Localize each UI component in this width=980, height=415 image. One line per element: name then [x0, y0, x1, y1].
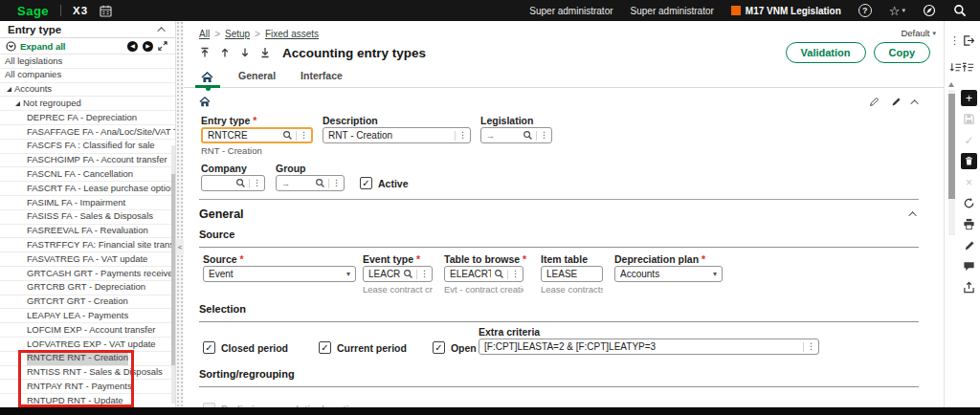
- tree-item[interactable]: FASCNL FA - Cancellation: [0, 167, 175, 182]
- expand-all-button[interactable]: Expand all: [6, 41, 66, 52]
- breadcrumb-link[interactable]: All: [199, 29, 210, 39]
- lookup-icon[interactable]: [315, 178, 325, 188]
- legislation-field[interactable]: → ⋮: [480, 127, 552, 143]
- home-section-icon[interactable]: [199, 97, 211, 107]
- role-menu[interactable]: Super administrator: [631, 6, 714, 16]
- tree-item[interactable]: GRTCRT GRT - Creation: [0, 295, 175, 310]
- field-menu-icon[interactable]: ⋮: [511, 270, 520, 278]
- legislation-input[interactable]: [498, 130, 520, 141]
- panel-resize-handle[interactable]: <: [176, 21, 184, 407]
- tree-item[interactable]: FASVATREG FA - VAT update: [0, 252, 175, 267]
- source-select[interactable]: Event ▾: [203, 266, 356, 282]
- description-input[interactable]: [328, 130, 452, 141]
- field-menu-icon[interactable]: ⋮: [332, 179, 341, 187]
- lookup-icon[interactable]: [403, 269, 413, 279]
- tree-item[interactable]: RNTISS RNT - Sales & Disposals: [0, 366, 175, 381]
- lookup-icon[interactable]: [235, 178, 246, 188]
- collapse-panel-icon[interactable]: [157, 27, 165, 34]
- favorites-menu[interactable]: ☆ ▾: [889, 5, 905, 17]
- previous-record-arrow-icon[interactable]: [219, 47, 231, 58]
- field-menu-icon[interactable]: ⋮: [540, 131, 548, 140]
- table-to-browse-input[interactable]: [450, 269, 491, 279]
- field-menu-icon[interactable]: ⋮: [807, 342, 815, 351]
- search-icon[interactable]: [953, 4, 967, 17]
- view-selector[interactable]: Default ▾: [901, 28, 936, 38]
- tab-home[interactable]: [201, 72, 213, 87]
- first-record-icon[interactable]: [199, 47, 211, 58]
- tree-item[interactable]: RNTUPD RNT - Update: [0, 394, 175, 408]
- tree-item[interactable]: FASISS FA - Sales & Disposals: [0, 210, 175, 225]
- tree-item[interactable]: Not regrouped: [0, 97, 175, 111]
- legislation-badge[interactable]: M17 VNM Legislation: [731, 6, 841, 16]
- collapse-general-icon[interactable]: [908, 211, 916, 219]
- sidebar-scrollbar[interactable]: [171, 145, 175, 404]
- tree-item[interactable]: LOFVATREG EXP - VAT update: [0, 338, 175, 352]
- print-button[interactable]: [961, 216, 977, 232]
- company-field[interactable]: ⋮: [201, 175, 265, 191]
- entry-type-input[interactable]: [208, 130, 279, 141]
- event-type-field[interactable]: ⋮: [363, 266, 433, 282]
- field-menu-icon[interactable]: ⋮: [420, 270, 429, 278]
- tab-interface[interactable]: Interface: [301, 70, 343, 87]
- depreciation-plan-select[interactable]: Accounts ▾: [614, 266, 723, 282]
- tree-item[interactable]: FASIML FA - Impairment: [0, 196, 175, 210]
- edit-pencil-icon[interactable]: [891, 97, 902, 107]
- closed-period-checkbox[interactable]: ✓: [203, 341, 215, 354]
- next-record-arrow-icon[interactable]: [239, 47, 251, 58]
- sidebar-scrollbar-thumb[interactable]: [171, 174, 175, 365]
- collapse-all-sections-icon[interactable]: [949, 62, 962, 74]
- tree-item[interactable]: LEAPAY LEA - Payments: [0, 309, 175, 323]
- tree-item[interactable]: All companies: [0, 69, 175, 83]
- comment-button[interactable]: [961, 258, 977, 274]
- user-menu[interactable]: Super administrator: [529, 6, 612, 16]
- expanded-node-icon[interactable]: [7, 87, 11, 92]
- expanded-node-icon[interactable]: [15, 101, 20, 106]
- table-to-browse-field[interactable]: ⋮: [444, 266, 523, 282]
- field-menu-icon[interactable]: ⋮: [253, 179, 261, 187]
- extra-criteria-input[interactable]: [484, 341, 800, 352]
- expand-panel-icon[interactable]: [158, 41, 167, 51]
- active-checkbox[interactable]: ✓: [360, 177, 372, 189]
- tree-item[interactable]: GRTCRB GRT - Depreciation: [0, 281, 175, 295]
- collapse-sidebar-icon[interactable]: <: [176, 239, 184, 254]
- tree-item[interactable]: RNTCRE RNT - Creation: [0, 352, 175, 366]
- exit-icon[interactable]: [962, 34, 974, 47]
- share-button[interactable]: [961, 279, 977, 295]
- edit-button[interactable]: [961, 237, 977, 253]
- field-menu-icon[interactable]: ⋮: [300, 131, 308, 140]
- jump-arrow-icon[interactable]: →: [486, 131, 495, 141]
- tree-item[interactable]: DEPREC FA - Depreciation: [0, 111, 175, 125]
- lookup-icon[interactable]: [523, 130, 533, 141]
- validation-button[interactable]: Validation: [786, 42, 866, 63]
- delete-button[interactable]: [961, 153, 977, 169]
- current-period-checkbox[interactable]: ✓: [319, 341, 331, 354]
- tree-item[interactable]: LOFCIM EXP - Account transfer: [0, 323, 175, 338]
- group-field[interactable]: → ⋮: [276, 175, 345, 191]
- customize-pen-icon[interactable]: [869, 97, 880, 107]
- collapse-section-icon[interactable]: [910, 99, 918, 107]
- new-button[interactable]: +: [961, 90, 977, 106]
- next-record-icon[interactable]: ▶: [143, 41, 153, 52]
- jump-arrow-icon[interactable]: →: [281, 179, 290, 188]
- breadcrumb-link[interactable]: Setup: [225, 29, 250, 39]
- explore-compass-icon[interactable]: [923, 4, 936, 17]
- tree-item[interactable]: RNTPAY RNT - Payments: [0, 380, 175, 394]
- extra-criteria-field[interactable]: ⋮: [479, 339, 819, 355]
- field-menu-icon[interactable]: ⋮: [458, 131, 467, 140]
- lookup-icon[interactable]: [494, 269, 504, 279]
- more-actions-icon[interactable]: ⋮: [949, 35, 960, 46]
- tab-general[interactable]: General: [238, 70, 276, 87]
- tree-item[interactable]: FASCRT FA - Lease purchase option: [0, 182, 175, 196]
- tree-item[interactable]: FASCFS FA : Classified for sale: [0, 140, 175, 154]
- lookup-icon[interactable]: [282, 130, 293, 141]
- help-icon[interactable]: ?: [858, 4, 872, 17]
- event-type-input[interactable]: [368, 269, 400, 279]
- open-period-checkbox[interactable]: ✓: [433, 341, 445, 354]
- tree-item[interactable]: All legislations: [0, 55, 175, 69]
- refresh-button[interactable]: [961, 195, 977, 211]
- tree-item[interactable]: FASREEVAL FA - Revaluation: [0, 225, 175, 239]
- tree-item[interactable]: FASAFFAGE FA - Ana/Loc/Site/VAT Transfer: [0, 125, 175, 140]
- copy-button[interactable]: Copy: [874, 42, 931, 63]
- breadcrumb-link[interactable]: Fixed assets: [265, 29, 319, 39]
- description-field[interactable]: ⋮: [323, 127, 471, 143]
